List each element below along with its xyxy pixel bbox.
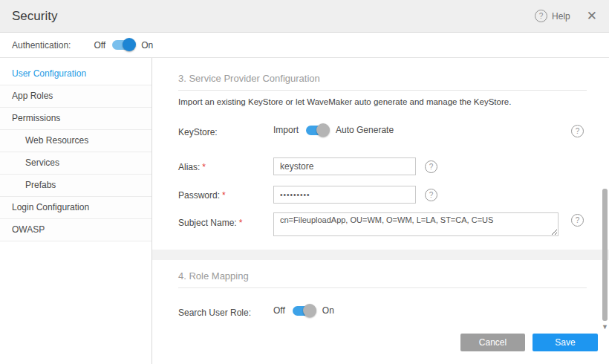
- sidebar: User Configuration App Roles Permissions…: [0, 58, 152, 364]
- keystore-help-icon[interactable]: ?: [571, 125, 584, 137]
- help-label[interactable]: Help: [552, 11, 570, 22]
- keystore-import-label: Import: [273, 125, 299, 135]
- header: Security ? Help ✕: [0, 0, 609, 33]
- keystore-description: Import an existing KeyStore or let WaveM…: [178, 97, 511, 106]
- authentication-toggle-knob: [123, 38, 136, 51]
- authentication-row: Authentication: Off On: [0, 33, 609, 58]
- password-input[interactable]: [273, 186, 416, 204]
- subject-name-help-icon[interactable]: ?: [571, 214, 584, 227]
- alias-input[interactable]: [273, 157, 416, 175]
- keystore-autogenerate-label: Auto Generate: [336, 125, 394, 135]
- keystore-toggle-knob: [316, 123, 330, 137]
- alias-label: Alias:*: [178, 162, 206, 172]
- search-role-off-label: Off: [273, 305, 285, 316]
- help-icon[interactable]: ?: [535, 10, 547, 22]
- section-title-service-provider: 3. Service Provider Configuration: [178, 73, 320, 84]
- sidebar-item-user-configuration[interactable]: User Configuration: [0, 63, 152, 85]
- sidebar-item-app-roles[interactable]: App Roles: [0, 85, 152, 108]
- password-help-icon[interactable]: ?: [425, 189, 437, 201]
- section-separator: [152, 250, 609, 260]
- search-role-on-label: On: [322, 305, 334, 316]
- vertical-scrollbar[interactable]: ▼: [602, 62, 608, 328]
- page-title: Security: [12, 9, 57, 24]
- keystore-label: KeyStore:: [178, 127, 218, 137]
- search-user-role-toggle-row: Off On: [273, 305, 334, 316]
- required-asterisk: *: [202, 162, 206, 172]
- divider: [178, 287, 587, 288]
- close-icon[interactable]: ✕: [587, 10, 597, 22]
- sidebar-item-login-configuration[interactable]: Login Configuration: [0, 197, 152, 219]
- sidebar-item-permissions[interactable]: Permissions: [0, 108, 152, 130]
- authentication-off-label: Off: [94, 40, 105, 51]
- authentication-on-label: On: [141, 40, 153, 51]
- header-actions: ? Help ✕: [535, 10, 597, 22]
- divider: [178, 90, 587, 91]
- keystore-label-text: KeyStore:: [178, 127, 218, 137]
- sidebar-item-services[interactable]: Services: [0, 152, 152, 175]
- search-user-role-toggle-knob: [303, 304, 316, 317]
- save-button[interactable]: Save: [533, 334, 598, 351]
- search-user-role-toggle[interactable]: [293, 306, 315, 316]
- keystore-toggle-row: Import Auto Generate: [273, 125, 394, 135]
- keystore-toggle[interactable]: [306, 126, 328, 135]
- section-title-role-mapping: 4. Role Mapping: [178, 270, 249, 282]
- sidebar-item-owasp[interactable]: OWASP: [0, 219, 152, 241]
- authentication-toggle[interactable]: [112, 40, 134, 50]
- cancel-button[interactable]: Cancel: [460, 334, 525, 351]
- password-label-text: Password:: [178, 190, 220, 201]
- password-label: Password:*: [178, 190, 226, 201]
- scrollbar-thumb[interactable]: [602, 189, 608, 321]
- authentication-label: Authentication:: [12, 40, 71, 51]
- scroll-down-icon[interactable]: ▼: [602, 324, 608, 331]
- security-dialog: { "header": { "title": "Security", "help…: [0, 0, 609, 364]
- alias-label-text: Alias:: [178, 162, 200, 172]
- required-asterisk: *: [239, 218, 243, 228]
- sidebar-item-prefabs[interactable]: Prefabs: [0, 175, 152, 197]
- alias-help-icon[interactable]: ?: [425, 160, 437, 173]
- sidebar-item-web-resources[interactable]: Web Resources: [0, 130, 152, 152]
- subject-name-label-text: Subject Name:: [178, 218, 237, 228]
- required-asterisk: *: [222, 190, 226, 201]
- subject-name-label: Subject Name:*: [178, 218, 242, 228]
- main-content: 3. Service Provider Configuration Import…: [152, 58, 609, 364]
- search-user-role-label: Search User Role:: [178, 308, 251, 318]
- subject-name-textarea[interactable]: cn=FileuploadApp, OU=WM, O=WM, L=LA, ST=…: [273, 212, 558, 236]
